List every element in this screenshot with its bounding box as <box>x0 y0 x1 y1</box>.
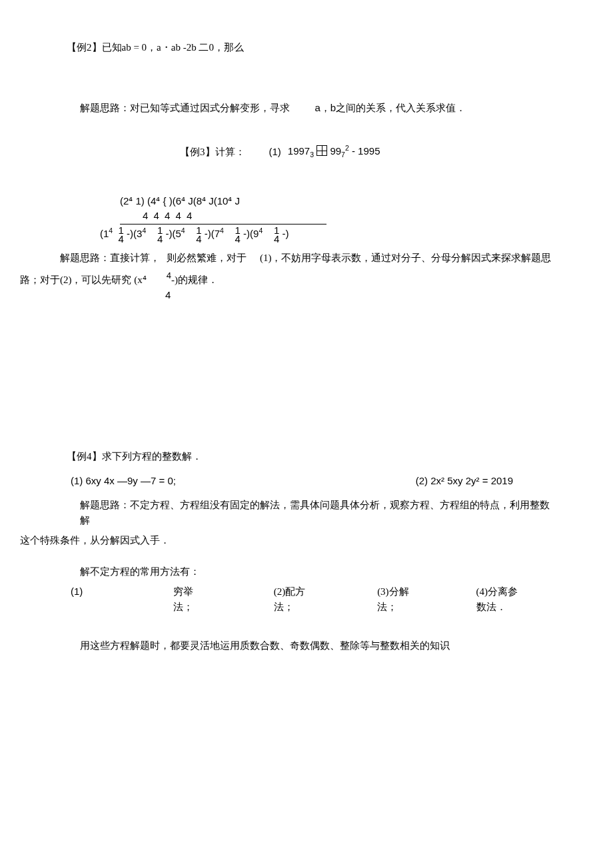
ex4-m3-text: (3)分解法； <box>377 584 413 614</box>
ex4-m2-text: (2)配方法； <box>274 584 310 614</box>
example-2-title: 【例2】已知ab = 0，a・ab -2b 二0，那么 <box>60 40 553 55</box>
ex3-p1-sup-b: 2 <box>345 144 349 152</box>
ex4-eq1: (1) 6xy 4x —9y —7 = 0; <box>71 474 176 489</box>
ex4-eq2-label: (2) <box>416 475 428 486</box>
ex4-eq2: (2) 2x² 5xy 2y² = 2019 <box>416 474 513 489</box>
ex3-hint-c: (1)，不妨用字母表示数，通过对分子、分母分解因式来探求解题思 <box>260 250 552 266</box>
ex3-hint-4-below: 4 <box>165 288 553 303</box>
box-grid-icon <box>316 145 327 156</box>
ex3-p1-tail: - 1995 <box>352 145 380 157</box>
ex3-part1-expr: 19973 9972 - 1995 <box>288 143 380 161</box>
ex3-denominator-row1: (14 14 -)(34 14 -)(54 14 -)(74 14 -)(94 … <box>100 226 553 244</box>
ex3-hint-d: 路；对于(2)，可以先研究 (x⁴ <box>20 272 147 288</box>
ex3-numerator-row2: 4 4 4 4 4 <box>120 209 553 224</box>
ex3-hint-b: 则必然繁难，对于 <box>167 250 247 266</box>
ex4-m4-text: (4)分离参数法． <box>476 584 526 614</box>
ex4-tail-text: 用这些方程解题时，都要灵活地运用质数合数、奇数偶数、整除等与整数相关的知识 <box>80 640 450 651</box>
ex3-fraction-block: (2⁴ 1) (4⁴ { )(6⁴ J(8⁴ J(10⁴ J 4 4 4 4 4… <box>120 194 553 244</box>
ex4-eq1-label: (1) <box>71 475 83 486</box>
ex2-hint-b-text: a，b之间的关系，代入关系求值． <box>315 102 466 113</box>
ex4-methods-row: (1) 穷举法； (2)配方法； (3)分解法； (4)分离参数法． <box>60 584 553 614</box>
ex3-hint-mid-frac: 4 <box>167 272 171 287</box>
ex3-hint-e: -)的规律． <box>171 272 218 288</box>
ex4-m1-label: (1) <box>71 584 83 614</box>
example-4-title: 【例4】求下列方程的整数解． <box>60 449 553 464</box>
ex4-m1-text: 穷举法； <box>173 584 201 614</box>
ex3-numerator-row1: (2⁴ 1) (4⁴ { )(6⁴ J(8⁴ J(10⁴ J <box>120 194 553 209</box>
ex4-hint-row1: 解题思路：不定方程、方程组没有固定的解法，需具体问题具体分析，观察方程、方程组的… <box>20 498 553 528</box>
ex3-hint-a: 解题思路：直接计算， <box>60 250 160 266</box>
ex4-hint-row3: 解不定方程的常用方法有： <box>60 564 553 580</box>
ex2-hint-a-text: 解题思路：对已知等式通过因式分解变形，寻求 <box>80 103 290 113</box>
example-3-header-row: 【例3】计算： (1) 19973 9972 - 1995 <box>180 143 553 161</box>
ex4-title-text: 【例4】求下列方程的整数解． <box>67 451 202 462</box>
fraction-bar <box>120 224 326 224</box>
ex4-eq2-body: 2x² 5xy 2y² = 2019 <box>428 475 513 486</box>
ex3-hint-row1: 解题思路：直接计算， 则必然繁难，对于 (1)，不妨用字母表示数，通过对分子、分… <box>60 250 553 266</box>
ex4-hint2-text: 这个特殊条件，从分解因式入手． <box>20 535 170 546</box>
ex4-equations-row: (1) 6xy 4x —9y —7 = 0; (2) 2x² 5xy 2y² =… <box>60 474 553 489</box>
ex4-hint1-text: 解题思路：不定方程、方程组没有固定的解法，需具体问题具体分析，观察方程、方程组的… <box>80 500 550 526</box>
example-2-hint: 解题思路：对已知等式通过因式分解变形，寻求 a，b之间的关系，代入关系求值． <box>60 101 553 116</box>
ex3-p1-sub-a: 3 <box>310 151 314 159</box>
ex4-tail-row: 用这些方程解题时，都要灵活地运用质数合数、奇数偶数、整除等与整数相关的知识 <box>60 638 553 653</box>
ex4-hint3-text: 解不定方程的常用方法有： <box>80 566 200 577</box>
ex4-eq1-body: 6xy 4x —9y —7 = 0; <box>83 475 176 486</box>
ex3-p1-b: 99 <box>330 145 341 157</box>
ex3-p1-a: 1997 <box>288 145 310 157</box>
ex3-hint-row2: 路；对于(2)，可以先研究 (x⁴ 4 -)的规律． <box>20 272 553 287</box>
ex4-hint-row2: 这个特殊条件，从分解因式入手． <box>20 533 553 548</box>
ex3-title-text: 【例3】计算： <box>180 145 245 160</box>
ex3-part1-label: (1) <box>269 145 281 160</box>
ex2-title-text: 【例2】已知ab = 0，a・ab -2b 二0，那么 <box>67 42 244 53</box>
